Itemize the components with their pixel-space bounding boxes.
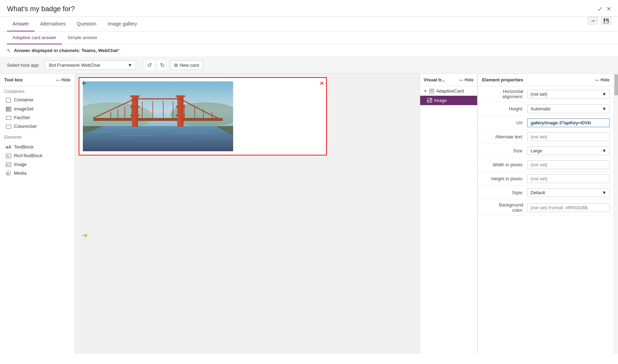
height-select[interactable]: Automatic ▼ [527,104,610,113]
elements-label: Elements [0,132,75,141]
toolbox-title: Tool box [4,77,23,82]
scrollbar-track[interactable] [614,74,618,354]
prop-width-px: Width in pixels: [478,158,614,172]
toolbox-columnset[interactable]: ColumnSet [0,122,75,131]
container-label: Container [14,97,34,102]
new-card-button[interactable]: ⊞ New card [170,60,203,70]
prop-horizontal-alignment: Horizontalalignment: (not set) ▼ [478,86,614,102]
toolbox-factset[interactable]: FactSet [0,113,75,122]
host-app-label: Select host app: [7,63,39,68]
prop-value-ha: (not set) ▼ [527,90,610,99]
url-input[interactable] [527,118,610,127]
host-app-actions: ↺ ↻ ⊞ New card [144,60,203,70]
prop-value-style: Default ▼ [527,188,610,197]
scrollbar-thumb[interactable] [615,74,618,95]
export-icons: ⇒ 💾 [588,17,611,31]
richtextblock-label: RichTextBlock [14,153,43,158]
maximize-icon[interactable]: ⤢ [598,6,602,12]
tree-item-image[interactable]: Image [420,96,477,105]
window-title: What's my badge for? [7,5,75,13]
visual-tree-hide-button[interactable]: — Hide [459,78,474,82]
host-app-value: Bot Framework WebChat [49,63,100,68]
toolbox-panel: Tool box — Hide Containers Container Ima… [0,74,75,354]
edit-icon[interactable]: ✎ [7,48,10,53]
svg-rect-20 [176,106,185,108]
move-handle-icon[interactable]: ✛ [81,80,86,87]
image-icon-tool [6,162,11,167]
toolbox-container[interactable]: Container [0,95,75,104]
properties-header: Element properties — Hide [478,74,614,86]
prop-url: ➜ Url: [478,116,614,130]
bridge-image [83,81,233,151]
prop-label-style: Style: [482,190,527,195]
imageset-icon [6,106,11,111]
toolbox-media[interactable]: ▶ Media [0,169,75,178]
prop-label-ha: Horizontalalignment: [482,89,527,99]
close-icon[interactable]: ✕ [606,6,611,12]
minus-icon-prop: — [595,78,599,82]
export-button-1[interactable]: ⇒ [588,17,598,24]
svg-point-2 [9,163,10,164]
properties-panel: Element properties — Hide Horizontalalig… [477,74,614,354]
ha-select[interactable]: (not set) ▼ [527,90,610,99]
required-marker: * [118,48,120,53]
prop-bg-color: Backgroundcolor: [478,200,614,216]
undo-button[interactable]: ↺ [144,60,154,70]
tab-image-gallery[interactable]: Image gallery [102,17,143,31]
minus-icon: — [56,78,60,82]
channel-info: ✎ Answer displayed in channels: Teams, W… [0,44,618,57]
width-px-input[interactable] [527,160,610,169]
new-card-icon: ⊞ [174,63,178,68]
sub-tab-adaptive[interactable]: Adaptive card answer [7,31,62,44]
prop-label-width-px: Width in pixels: [482,162,527,167]
alt-text-input[interactable] [527,132,610,141]
toolbox-image[interactable]: Image [0,160,75,169]
tree-item-adaptivecard[interactable]: ▼ AdaptiveCard [420,86,477,96]
svg-marker-40 [427,100,432,101]
toolbox-hide-button[interactable]: — Hide [56,78,71,82]
prop-value-url [527,118,610,127]
prop-value-bg-color [527,203,610,212]
toolbox-textblock[interactable]: aA TextBlock [0,143,75,151]
prop-alt-text: Alternate text: [478,130,614,144]
image-tree-label: Image [434,98,447,103]
nav-tabs: Answer Alternatives Question Image galle… [0,17,618,31]
host-app-select[interactable]: Bot Framework WebChat ▼ [45,60,136,70]
container-icon [6,97,11,103]
properties-hide-button[interactable]: — Hide [595,78,610,82]
height-px-input[interactable] [527,174,610,183]
ha-chevron-icon: ▼ [602,92,606,97]
yellow-arrow-indicator: ➜ [81,231,88,240]
properties-title: Element properties [482,77,523,82]
sub-tabs: Adaptive card answer Simple answer [0,31,618,44]
host-app-bar: Select host app: Bot Framework WebChat ▼… [0,57,618,74]
channel-info-text: Answer displayed in channels: Teams, Web… [14,48,118,53]
chevron-down-icon: ▼ [424,89,427,93]
visual-tree-title: Visual tr... [424,77,445,82]
prop-value-height: Automatic ▼ [527,104,610,113]
save-button[interactable]: 💾 [601,17,611,24]
canvas-area: ✛ ✕ [75,74,420,354]
card-close-button[interactable]: ✕ [319,80,324,87]
toolbox-richtextblock[interactable]: A ≡ RichTextBlock [0,151,75,160]
adaptivecard-tree-icon [429,89,434,94]
svg-point-41 [430,99,431,100]
toolbox-imageset[interactable]: ImageSet [0,104,75,113]
tab-answer[interactable]: Answer [7,17,35,31]
style-select[interactable]: Default ▼ [527,188,610,197]
prop-label-bg-color: Backgroundcolor: [482,202,527,213]
redo-button[interactable]: ↻ [157,60,167,70]
columnset-label: ColumnSet [14,124,36,129]
tab-alternatives[interactable]: Alternatives [35,17,71,31]
card-image-container [79,78,326,155]
main-content: Tool box — Hide Containers Container Ima… [0,74,618,354]
bg-color-input[interactable] [527,203,610,212]
visual-tree-header: Visual tr... — Hide [420,74,477,86]
sub-tab-simple[interactable]: Simple answer [62,31,103,44]
card-canvas: ✛ ✕ [79,77,327,155]
containers-label: Containers [0,86,75,95]
textblock-icon: aA [6,144,11,150]
factset-icon [6,115,11,120]
tab-question[interactable]: Question [71,17,102,31]
size-select[interactable]: Large ▼ [527,146,610,155]
